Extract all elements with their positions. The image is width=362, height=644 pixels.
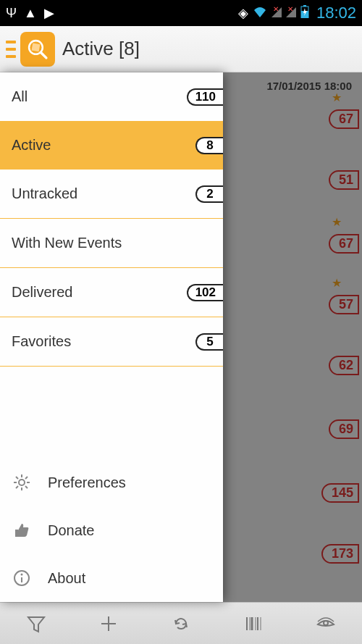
- svg-line-13: [16, 477, 18, 479]
- vibrate-icon: ◈: [238, 5, 248, 21]
- drawer-about[interactable]: About: [0, 554, 223, 602]
- info-icon: [12, 568, 32, 588]
- status-right: ◈ ✕ ✕ 18:02: [238, 4, 356, 22]
- drawer-filter-untracked[interactable]: Untracked2: [0, 170, 223, 218]
- svg-text:✕: ✕: [273, 6, 279, 13]
- refresh-button[interactable]: [145, 603, 217, 644]
- drawer-donate[interactable]: Donate: [0, 506, 223, 554]
- drawer-bottom: PreferencesDonateAbout: [0, 459, 223, 602]
- svg-line-16: [25, 477, 28, 479]
- drawer-bottom-label: Preferences: [48, 474, 126, 491]
- drawer-filter-label: Delivered: [12, 284, 72, 301]
- svg-line-14: [25, 486, 28, 488]
- drawer-preferences[interactable]: Preferences: [0, 459, 223, 506]
- filter-button[interactable]: [0, 603, 72, 644]
- count-badge: 2: [195, 185, 223, 203]
- app-header: Active [8]: [0, 26, 362, 72]
- add-button[interactable]: [72, 603, 145, 644]
- usb-icon: Ψ: [6, 6, 17, 21]
- drawer-filter-label: Favorites: [12, 333, 71, 350]
- thumbs-up-icon: [12, 520, 32, 540]
- drawer-filter-label: Active: [12, 137, 51, 154]
- count-badge: 110: [187, 88, 223, 106]
- drawer-filter-with-new-events[interactable]: With New Events: [0, 219, 223, 267]
- wifi-icon: [253, 6, 267, 21]
- barcode-button[interactable]: [217, 603, 290, 644]
- svg-rect-3: [303, 5, 306, 7]
- count-badge: 5: [195, 333, 223, 351]
- signal-2-icon: ✕: [286, 6, 296, 21]
- warning-icon: ▲: [24, 6, 37, 21]
- svg-point-28: [324, 621, 328, 625]
- signal-1-icon: ✕: [272, 6, 282, 21]
- drawer-bottom-label: Donate: [48, 522, 95, 539]
- count-badge: 102: [187, 284, 223, 301]
- view-button[interactable]: [290, 603, 362, 644]
- content-area: 17/01/2015 18:00 ★ург, CDEK67nd ghcbhghj…: [0, 72, 362, 602]
- drawer-filter-all[interactable]: All110: [0, 72, 223, 121]
- svg-point-8: [19, 480, 25, 485]
- svg-line-15: [16, 486, 18, 488]
- play-store-icon: ▶: [44, 5, 54, 21]
- drawer-filters: All110Active8Untracked2With New EventsDe…: [0, 72, 223, 459]
- drawer-filter-label: With New Events: [12, 235, 122, 251]
- drawer-bottom-label: About: [48, 570, 85, 587]
- bottom-toolbar: [0, 602, 362, 644]
- drawer-filter-active[interactable]: Active8: [0, 121, 223, 170]
- drawer-filter-favorites[interactable]: Favorites5: [0, 317, 223, 366]
- gear-icon: [12, 472, 32, 493]
- drawer-filter-label: All: [12, 88, 28, 105]
- app-icon[interactable]: [20, 32, 55, 67]
- status-time: 18:02: [316, 4, 356, 22]
- svg-rect-7: [32, 43, 41, 51]
- battery-icon: [300, 5, 309, 22]
- divider: [0, 366, 223, 367]
- count-badge: 8: [195, 137, 223, 154]
- svg-text:✕: ✕: [287, 6, 293, 13]
- svg-line-6: [41, 52, 46, 58]
- navigation-drawer: All110Active8Untracked2With New EventsDe…: [0, 72, 223, 602]
- menu-icon[interactable]: [6, 35, 16, 64]
- drawer-filter-delivered[interactable]: Delivered102: [0, 268, 223, 317]
- svg-point-18: [21, 574, 23, 576]
- status-bar: Ψ ▲ ▶ ◈ ✕ ✕ 18:02: [0, 0, 362, 26]
- status-left: Ψ ▲ ▶: [6, 5, 54, 21]
- drawer-filter-label: Untracked: [12, 185, 77, 202]
- page-title: Active [8]: [62, 38, 140, 60]
